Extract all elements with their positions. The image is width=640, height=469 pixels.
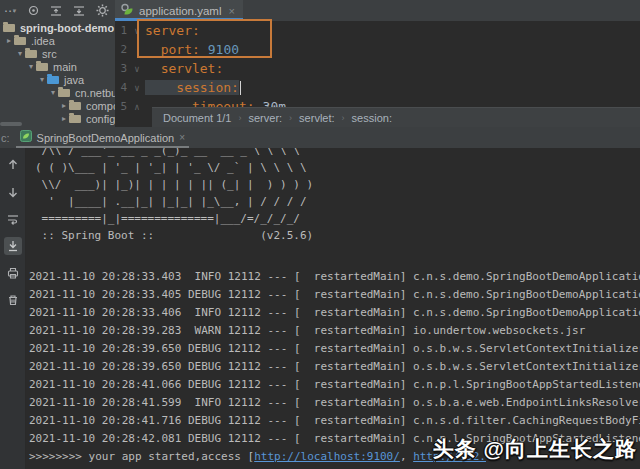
breadcrumb-session[interactable]: session: xyxy=(352,112,392,124)
collapse-all-icon[interactable] xyxy=(72,4,86,18)
run-console: /\\ / ___'_ __ _ _(_)_ __ __ _ \ \ \ \ (… xyxy=(0,148,640,469)
text-caret xyxy=(240,81,242,95)
source-folder-icon xyxy=(47,74,60,85)
more-options-icon[interactable]: ⋯▾ xyxy=(3,4,17,18)
chevron-down-icon[interactable]: ▾ xyxy=(26,62,36,71)
down-stack-frame-icon[interactable] xyxy=(4,183,22,201)
breadcrumb-servlet[interactable]: servlet: xyxy=(299,112,334,124)
tree-item-src[interactable]: ▾ src xyxy=(0,47,115,60)
clipped-label-fragment: c: xyxy=(1,132,10,144)
tree-item-compo[interactable]: ▸ compo xyxy=(0,99,115,112)
folder-icon xyxy=(25,48,38,59)
log-line: 2021-11-10 20:28:39.283 WARN 12112 --- [… xyxy=(29,322,640,340)
folder-icon xyxy=(14,35,27,46)
folder-icon xyxy=(3,22,16,33)
log-line: 2021-11-10 20:28:39.650 DEBUG 12112 --- … xyxy=(29,358,640,376)
chevron-right-icon: › xyxy=(289,113,292,123)
chevron-down-icon[interactable]: ▾ xyxy=(48,88,58,97)
project-toolbar: ⋯▾ xyxy=(0,0,115,21)
locate-file-icon[interactable] xyxy=(26,4,40,18)
scroll-to-end-icon[interactable] xyxy=(4,237,22,255)
spring-yaml-file-icon xyxy=(121,3,134,19)
tree-item-spring-boot-demo[interactable]: spring-boot-demo xyxy=(0,21,115,34)
breadcrumb-document: Document 1/1 xyxy=(163,112,231,124)
chevron-right-icon: › xyxy=(342,113,345,123)
log-line: 2021-11-10 20:28:39.650 DEBUG 12112 --- … xyxy=(29,340,640,358)
folder-icon xyxy=(36,61,49,72)
structure-breadcrumb-popup: Document 1/1 › server: › servlet: › sess… xyxy=(152,107,640,127)
chevron-right-icon: › xyxy=(238,113,241,123)
up-stack-frame-icon[interactable] xyxy=(4,156,22,174)
project-panel: spring-boot-demo ▸ .idea ▾ src ▾ main ▾ … xyxy=(0,21,115,127)
project-scrollbar-thumb[interactable] xyxy=(0,122,22,126)
console-output[interactable]: /\\ / ___'_ __ _ _(_)_ __ __ _ \ \ \ \ (… xyxy=(26,148,640,469)
package-folder-icon xyxy=(58,87,71,98)
tree-item-cn-netbuff[interactable]: ▾ cn.netbuff xyxy=(0,86,115,99)
ide-window: ⋯▾ application.yaml × xyxy=(0,0,640,469)
log-line: 2021-11-10 20:28:33.403 INFO 12112 --- [… xyxy=(29,268,640,286)
run-tool-window-header: c: SpringBootDemoApplication × xyxy=(0,127,640,148)
folder-icon xyxy=(69,100,82,111)
log-line: 2021-11-10 20:28:41.599 INFO 12112 --- [… xyxy=(29,394,640,412)
editor-line-caret: 4 ∨ session: xyxy=(115,78,640,97)
print-icon[interactable] xyxy=(4,264,22,282)
tab-close-icon[interactable]: × xyxy=(179,132,185,143)
log-line: 2021-11-10 20:28:41.716 DEBUG 12112 --- … xyxy=(29,412,640,430)
settings-gear-icon[interactable] xyxy=(95,4,109,18)
log-line: 2021-11-10 20:28:33.405 DEBUG 12112 --- … xyxy=(29,286,640,304)
log-line: 2021-11-10 20:28:41.066 DEBUG 12112 --- … xyxy=(29,376,640,394)
chevron-down-icon[interactable]: ▾ xyxy=(15,49,25,58)
run-tab-label: SpringBootDemoApplication xyxy=(37,132,175,144)
tree-item-main[interactable]: ▾ main xyxy=(0,60,115,73)
top-bar: ⋯▾ application.yaml × xyxy=(0,0,640,21)
localhost-link[interactable]: http://localhost:9100/ xyxy=(254,450,400,463)
tab-label: application.yaml xyxy=(139,5,221,17)
editor-line: 3 ∨ servlet: xyxy=(115,59,640,78)
spring-boot-run-icon xyxy=(20,130,32,145)
chevron-right-icon[interactable]: ▸ xyxy=(59,101,69,110)
spring-boot-ascii-banner: /\\ / ___'_ __ _ _(_)_ __ __ _ \ \ \ \ (… xyxy=(29,148,640,244)
tab-springbootdemoapplication[interactable]: SpringBootDemoApplication × xyxy=(14,127,191,148)
editor-line: 1 ∨ server: xyxy=(115,21,640,40)
tab-application-yaml[interactable]: application.yaml × xyxy=(115,0,243,21)
soft-wrap-icon[interactable] xyxy=(4,210,22,228)
console-toolbar xyxy=(0,148,26,469)
watermark-text: 头条 @向上生长之路 xyxy=(433,435,637,463)
breadcrumb-server[interactable]: server: xyxy=(248,112,282,124)
folder-icon xyxy=(69,113,82,124)
fold-end-icon[interactable]: ∧ xyxy=(129,102,145,112)
fold-icon[interactable]: ∨ xyxy=(129,83,145,93)
expand-all-icon[interactable] xyxy=(49,4,63,18)
tab-close-icon[interactable]: × xyxy=(228,5,234,17)
fold-icon[interactable]: ∨ xyxy=(129,26,145,36)
tree-item-java[interactable]: ▾ java xyxy=(0,73,115,86)
chevron-right-icon[interactable]: ▸ xyxy=(4,36,14,45)
chevron-down-icon[interactable]: ▾ xyxy=(37,75,47,84)
editor-line: 2 port: 9100 xyxy=(115,40,640,59)
fold-icon[interactable]: ∨ xyxy=(129,64,145,74)
tree-item-idea[interactable]: ▸ .idea xyxy=(0,34,115,47)
chevron-right-icon[interactable]: ▸ xyxy=(59,114,69,123)
log-line: 2021-11-10 20:28:33.406 INFO 12112 --- [… xyxy=(29,304,640,322)
editor-tab-bar: application.yaml × xyxy=(115,0,640,21)
clear-console-trash-icon[interactable] xyxy=(4,291,22,309)
